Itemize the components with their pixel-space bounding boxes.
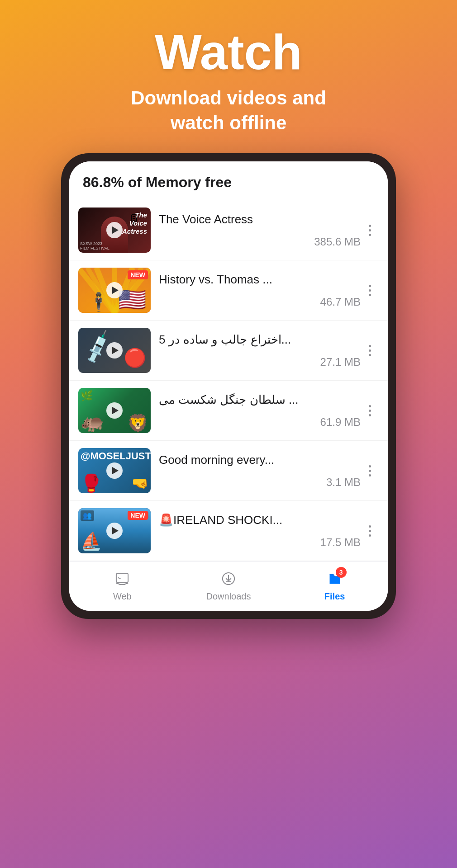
more-menu-button[interactable] [361, 401, 379, 421]
nav-label-files: Files [324, 591, 345, 602]
more-menu-button[interactable] [361, 340, 379, 361]
file-thumbnail: 🥊 @MOSELJUSTICE 🤜 [78, 448, 151, 493]
file-size: 3.1 MB [159, 476, 361, 489]
file-info-row: Good morning every... 3.1 MB [159, 453, 361, 489]
file-size: 385.6 MB [159, 236, 361, 248]
file-size: 61.9 MB [159, 416, 361, 429]
list-item[interactable]: ⛵ 🇮🇪 👥 NEW 🚨IRELAND SHOCKI... 17.5 MB [69, 501, 388, 561]
file-title: The Voice Actress [159, 212, 361, 227]
nav-badge: 3 [336, 567, 347, 578]
more-menu-button[interactable] [361, 521, 379, 541]
list-item[interactable]: 🦛 🦁 🌿 سلطان جنگل شکست می ... 61.9 MB [69, 381, 388, 441]
nav-icon-web [112, 569, 132, 589]
file-thumbnail: 🇺🇸 🕴 NEW [78, 268, 151, 313]
list-item[interactable]: 🇺🇸 🕴 NEW History vs. Thomas ... 46.7 MB [69, 260, 388, 321]
list-item[interactable]: 💉 🔴 5 اختراع جالب و ساده در... 27.1 MB [69, 321, 388, 381]
file-info-row: The Voice Actress 385.6 MB [159, 212, 361, 248]
more-menu-button[interactable] [361, 461, 379, 481]
nav-item-downloads[interactable]: Downloads [176, 569, 281, 602]
nav-icon-downloads [219, 569, 238, 589]
file-info-row: 🚨IRELAND SHOCKI... 17.5 MB [159, 513, 361, 549]
file-thumbnail: 🎙 TheVoiceActress SXSW 2023FILM FESTIVAL [78, 208, 151, 253]
file-size: 27.1 MB [159, 356, 361, 368]
file-title: سلطان جنگل شکست می ... [159, 392, 361, 408]
phone-frame: 86.8% of Memory free 🎙 TheVoiceActress S… [61, 153, 396, 619]
nav-label-downloads: Downloads [206, 591, 251, 602]
list-item[interactable]: 🎙 TheVoiceActress SXSW 2023FILM FESTIVAL… [69, 200, 388, 260]
file-size: 46.7 MB [159, 296, 361, 308]
memory-label: 86.8% of Memory free [83, 174, 232, 190]
file-size: 17.5 MB [159, 536, 361, 549]
list-item[interactable]: 🥊 @MOSELJUSTICE 🤜 Good morning every... … [69, 441, 388, 501]
more-menu-button[interactable] [361, 220, 379, 241]
svg-rect-8 [116, 574, 128, 583]
nav-icon-files: 3 [325, 569, 345, 589]
phone-screen: 86.8% of Memory free 🎙 TheVoiceActress S… [69, 161, 388, 611]
file-info-row: History vs. Thomas ... 46.7 MB [159, 272, 361, 308]
nav-item-files[interactable]: 3 Files [282, 569, 387, 602]
file-thumbnail: 💉 🔴 [78, 328, 151, 373]
memory-bar: 86.8% of Memory free [69, 161, 388, 200]
bottom-nav: Web Downloads [69, 561, 388, 611]
page-subtitle: Download videos andwatch offline [131, 86, 326, 135]
file-title: 5 اختراع جالب و ساده در... [159, 332, 361, 348]
file-title: 🚨IRELAND SHOCKI... [159, 513, 361, 528]
file-list: 🎙 TheVoiceActress SXSW 2023FILM FESTIVAL… [69, 200, 388, 561]
file-thumbnail: ⛵ 🇮🇪 👥 NEW [78, 508, 151, 553]
nav-label-web: Web [113, 591, 132, 602]
file-title: History vs. Thomas ... [159, 272, 361, 288]
file-thumbnail: 🦛 🦁 🌿 [78, 388, 151, 433]
page-title: Watch [131, 27, 326, 77]
nav-item-web[interactable]: Web [70, 569, 175, 602]
file-title: Good morning every... [159, 453, 361, 468]
file-info-row: 5 اختراع جالب و ساده در... 27.1 MB [159, 332, 361, 368]
more-menu-button[interactable] [361, 280, 379, 301]
header-section: Watch Download videos andwatch offline [113, 0, 344, 153]
file-info-row: سلطان جنگل شکست می ... 61.9 MB [159, 392, 361, 429]
